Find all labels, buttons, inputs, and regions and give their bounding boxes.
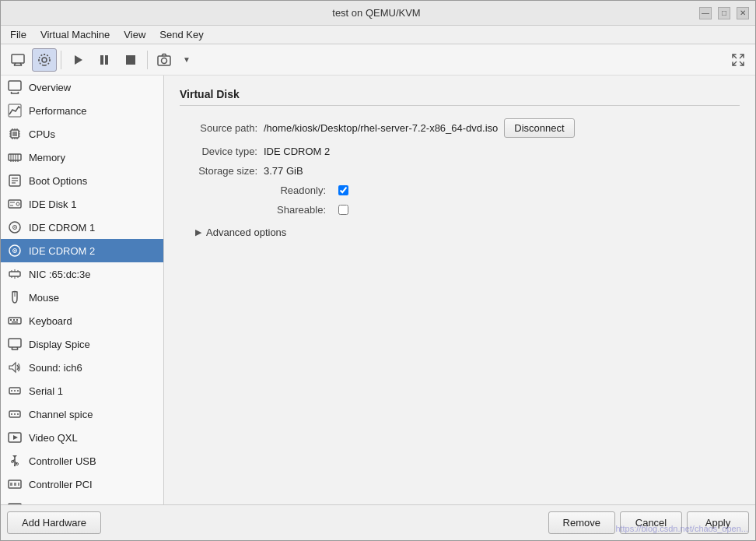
sidebar-label-keyboard: Keyboard xyxy=(29,315,72,327)
sidebar-item-nic[interactable]: NIC :65:dc:3e xyxy=(1,262,163,286)
sidebar-item-controller-pci[interactable]: Controller PCI xyxy=(1,472,163,496)
menu-file[interactable]: File xyxy=(4,27,33,42)
shareable-checkbox[interactable] xyxy=(338,205,348,215)
sidebar-item-ide-cdrom-1[interactable]: IDE CDROM 1 xyxy=(1,216,163,239)
controller-usb-icon xyxy=(7,453,23,469)
sidebar-label-ide-cdrom-2: IDE CDROM 2 xyxy=(29,245,95,257)
settings-btn[interactable] xyxy=(32,48,57,72)
sidebar-label-controller-pci: Controller PCI xyxy=(29,479,93,490)
cancel-button[interactable]: Cancel xyxy=(620,511,682,534)
sidebar-label-nic: NIC :65:dc:3e xyxy=(29,269,91,280)
boot-options-icon xyxy=(7,173,23,188)
menubar: File Virtual Machine View Send Key xyxy=(1,26,755,44)
svg-rect-62 xyxy=(9,272,20,276)
window-title: test on QEMU/KVM xyxy=(54,7,699,19)
sidebar-label-mouse: Mouse xyxy=(29,292,59,304)
menu-send-key[interactable]: Send Key xyxy=(153,27,209,42)
sidebar-item-serial-1[interactable]: Serial 1 xyxy=(1,379,163,402)
sidebar-label-display-spice: Display Spice xyxy=(29,339,90,350)
monitor-btn[interactable] xyxy=(5,48,30,72)
sidebar-label-controller-usb: Controller USB xyxy=(29,455,96,467)
section-title: Virtual Disk xyxy=(180,88,740,106)
ide-cdrom-2-icon xyxy=(7,243,23,258)
sidebar-item-ide-disk-1[interactable]: IDE Disk 1 xyxy=(1,192,163,216)
cpus-icon xyxy=(7,126,23,142)
titlebar-controls: — □ ✕ xyxy=(699,7,749,19)
svg-rect-98 xyxy=(10,483,12,486)
svg-rect-99 xyxy=(14,483,16,486)
toolbar-separator-2 xyxy=(147,51,148,69)
sidebar: Overview Performance xyxy=(1,76,164,504)
sidebar-label-boot-options: Boot Options xyxy=(29,175,87,187)
stop-btn[interactable] xyxy=(118,48,143,72)
sidebar-item-cpus[interactable]: CPUs xyxy=(1,122,163,146)
svg-rect-100 xyxy=(18,483,19,486)
controller-pci-icon xyxy=(7,476,23,492)
svg-marker-10 xyxy=(75,55,82,65)
sidebar-item-controller-ide[interactable]: Controller IDE xyxy=(1,496,163,504)
sidebar-item-ide-cdrom-2[interactable]: IDE CDROM 2 xyxy=(1,239,163,262)
fullscreen-btn[interactable] xyxy=(726,48,751,72)
sidebar-item-sound-ich6[interactable]: Sound: ich6 xyxy=(1,356,163,379)
toolbar: ▼ xyxy=(1,44,755,76)
sidebar-label-serial-1: Serial 1 xyxy=(29,385,63,397)
remove-button[interactable]: Remove xyxy=(548,511,615,534)
sidebar-item-mouse[interactable]: Mouse xyxy=(1,286,163,309)
svg-rect-20 xyxy=(9,81,21,90)
svg-point-15 xyxy=(162,58,167,63)
apply-button[interactable]: Apply xyxy=(687,511,749,534)
serial-1-icon xyxy=(7,383,23,399)
restore-button[interactable]: □ xyxy=(718,7,730,19)
main-window: test on QEMU/KVM — □ ✕ File Virtual Mach… xyxy=(0,0,756,541)
display-spice-icon xyxy=(7,336,23,352)
minimize-button[interactable]: — xyxy=(699,7,712,19)
svg-point-81 xyxy=(11,390,12,392)
sidebar-item-memory[interactable]: Memory xyxy=(1,146,163,169)
svg-point-87 xyxy=(17,413,19,415)
svg-point-82 xyxy=(14,390,16,392)
menu-virtual-machine[interactable]: Virtual Machine xyxy=(34,27,116,42)
menu-view[interactable]: View xyxy=(117,27,152,42)
storage-size-label: Storage size: xyxy=(180,165,257,177)
svg-point-53 xyxy=(16,202,19,206)
svg-point-5 xyxy=(39,54,50,65)
sidebar-item-display-spice[interactable]: Display Spice xyxy=(1,332,163,356)
svg-rect-26 xyxy=(12,132,17,136)
sidebar-label-sound-ich6: Sound: ich6 xyxy=(29,362,82,374)
main-area: Overview Performance xyxy=(1,76,755,504)
sidebar-item-video-qxl[interactable]: Video QXL xyxy=(1,426,163,449)
svg-point-85 xyxy=(11,413,12,415)
readonly-row: Readonly: xyxy=(180,184,740,196)
sidebar-item-keyboard[interactable]: Keyboard xyxy=(1,309,163,332)
pause-btn[interactable] xyxy=(92,48,117,72)
storage-size-value: 3.77 GiB xyxy=(264,165,303,177)
content-area: Virtual Disk Source path: /home/kiosk/De… xyxy=(164,76,755,504)
toolbar-dropdown-arrow[interactable]: ▼ xyxy=(178,48,195,72)
play-btn[interactable] xyxy=(65,48,90,72)
mouse-icon xyxy=(7,290,23,305)
advanced-options-toggle[interactable]: ▶ Advanced options xyxy=(180,223,740,241)
performance-icon xyxy=(7,103,23,118)
sidebar-label-video-qxl: Video QXL xyxy=(29,432,78,444)
readonly-checkbox[interactable] xyxy=(338,185,348,195)
svg-point-58 xyxy=(14,227,16,228)
sidebar-label-overview: Overview xyxy=(29,82,71,93)
svg-rect-0 xyxy=(12,54,24,63)
sidebar-item-performance[interactable]: Performance xyxy=(1,99,163,122)
svg-rect-13 xyxy=(126,55,135,65)
svg-rect-73 xyxy=(16,319,18,321)
video-qxl-icon xyxy=(7,430,23,445)
svg-point-86 xyxy=(14,413,16,415)
close-button[interactable]: ✕ xyxy=(737,7,749,19)
sidebar-item-boot-options[interactable]: Boot Options xyxy=(1,169,163,192)
snapshot-btn[interactable] xyxy=(152,48,177,72)
sidebar-item-controller-usb[interactable]: Controller USB xyxy=(1,449,163,472)
disconnect-button[interactable]: Disconnect xyxy=(504,118,574,138)
memory-icon xyxy=(7,149,23,165)
sidebar-label-ide-cdrom-1: IDE CDROM 1 xyxy=(29,222,95,234)
add-hardware-button[interactable]: Add Hardware xyxy=(7,511,101,534)
sidebar-item-overview[interactable]: Overview xyxy=(1,76,163,99)
readonly-label: Readonly: xyxy=(264,184,326,196)
sidebar-item-channel-spice[interactable]: Channel spice xyxy=(1,402,163,426)
sound-ich6-icon xyxy=(7,360,23,375)
